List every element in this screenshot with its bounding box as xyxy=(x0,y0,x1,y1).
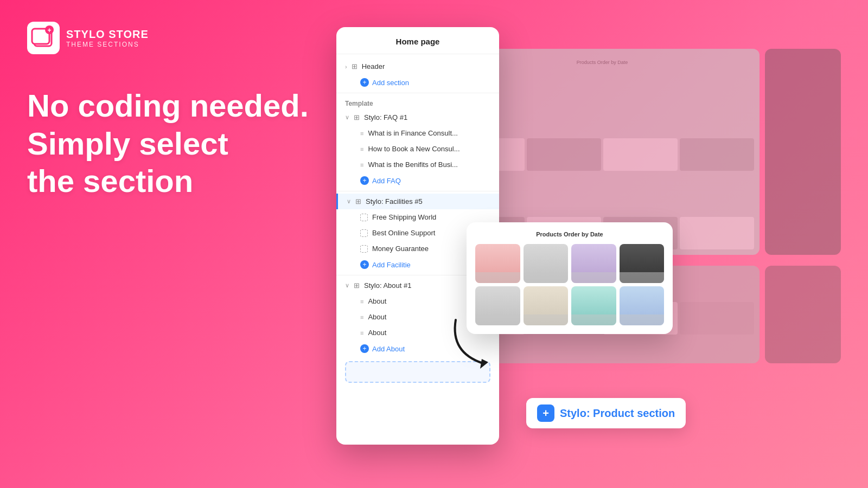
faq-item-3[interactable]: ≡ What is the Benifits of Busi... xyxy=(336,157,499,172)
plus-circle-icon: + xyxy=(360,78,369,87)
product-item-1 xyxy=(475,244,520,283)
add-section-btn[interactable]: + Add section xyxy=(336,74,499,91)
product-item-7 xyxy=(571,286,616,325)
faq-item-2-label: How to Book a New Consul... xyxy=(368,145,459,153)
about-item-1-label: About xyxy=(368,297,386,305)
faq-section-row[interactable]: ∨ ⊞ Stylo: FAQ #1 xyxy=(336,110,499,125)
add-faq-label: Add FAQ xyxy=(372,177,401,185)
facilities-section-label: Stylo: Facilities #5 xyxy=(366,197,423,206)
panels-container: Products Order by Date Products Order by… xyxy=(336,16,846,472)
add-faq-btn[interactable]: + Add FAQ xyxy=(336,172,499,189)
plus-circle-facilitie: + xyxy=(360,260,369,269)
list-icon-about-3: ≡ xyxy=(360,330,363,336)
product-item-4 xyxy=(620,244,665,283)
faq-item-2[interactable]: ≡ How to Book a New Consul... xyxy=(336,141,499,157)
logo-area: + STYLO STORE THEME SECTIONS xyxy=(27,22,149,54)
grid-icon-faq: ⊞ xyxy=(354,113,360,121)
divider-2 xyxy=(336,191,499,191)
list-icon-3: ≡ xyxy=(360,162,363,168)
dashed-icon-3 xyxy=(360,245,368,253)
product-item-2 xyxy=(524,244,569,283)
facilities-item-3-label: Money Guarantee xyxy=(372,245,429,253)
add-section-label: Add section xyxy=(372,79,409,87)
logo-icon: + xyxy=(27,22,60,54)
grid-icon-facilities: ⊞ xyxy=(355,197,361,206)
facilities-section-row[interactable]: ∨ ⊞ Stylo: Facilities #5 xyxy=(336,194,499,209)
grid-icon-about: ⊞ xyxy=(354,281,360,290)
product-item-3 xyxy=(571,244,616,283)
about-section-label: Stylo: About #1 xyxy=(364,281,411,290)
svg-text:+: + xyxy=(47,27,51,34)
product-card-title: Products Order by Date xyxy=(475,231,664,237)
logo-text: STYLO STORE THEME SECTIONS xyxy=(66,28,149,48)
plus-circle-faq: + xyxy=(360,176,369,185)
product-item-6 xyxy=(524,286,569,325)
list-icon-about-1: ≡ xyxy=(360,298,363,305)
bg-panel-4 xyxy=(765,266,841,363)
dashed-icon-2 xyxy=(360,229,368,237)
chevron-down-faq: ∨ xyxy=(345,114,349,121)
add-facilitie-label: Add Facilitie xyxy=(372,261,411,269)
faq-section-label: Stylo: FAQ #1 xyxy=(364,113,407,121)
plus-circle-about: + xyxy=(360,344,369,353)
chevron-right-icon: › xyxy=(345,63,347,70)
sidebar-title: Home page xyxy=(336,27,499,54)
product-section-badge: + Stylo: Product section xyxy=(526,398,686,428)
facilities-item-1-label: Free Shipping World xyxy=(372,213,436,221)
badge-plus-icon: + xyxy=(537,404,554,422)
badge-label: Stylo: Product section xyxy=(560,407,675,420)
list-icon-1: ≡ xyxy=(360,130,363,137)
divider-1 xyxy=(336,93,499,93)
about-item-3-label: About xyxy=(368,329,386,337)
dashed-icon-1 xyxy=(360,214,368,221)
sidebar-header-row[interactable]: › ⊞ Header xyxy=(336,59,499,74)
template-label: Template xyxy=(336,95,499,110)
hero-heading: No coding needed. Simply select the sect… xyxy=(27,87,309,200)
add-about-label: Add About xyxy=(372,345,405,353)
about-item-2-label: About xyxy=(368,313,386,321)
product-item-8 xyxy=(620,286,665,325)
bg-panel-2 xyxy=(765,49,841,255)
arrow-decoration xyxy=(439,309,505,374)
grid-icon-header: ⊞ xyxy=(352,62,358,70)
list-icon-2: ≡ xyxy=(360,146,363,152)
logo-line2: THEME SECTIONS xyxy=(66,41,149,48)
faq-item-3-label: What is the Benifits of Busi... xyxy=(368,160,457,169)
header-label: Header xyxy=(362,62,385,70)
list-icon-about-2: ≡ xyxy=(360,314,363,320)
facilities-item-2-label: Best Online Support xyxy=(372,229,435,237)
hero-section: No coding needed. Simply select the sect… xyxy=(27,87,309,200)
faq-item-1[interactable]: ≡ What is in Finance Consult... xyxy=(336,125,499,141)
faq-item-1-label: What is in Finance Consult... xyxy=(368,129,457,137)
svg-marker-4 xyxy=(480,359,488,369)
chevron-down-facilities: ∨ xyxy=(347,198,351,205)
chevron-down-about: ∨ xyxy=(345,282,349,289)
logo-line1: STYLO STORE xyxy=(66,28,149,41)
